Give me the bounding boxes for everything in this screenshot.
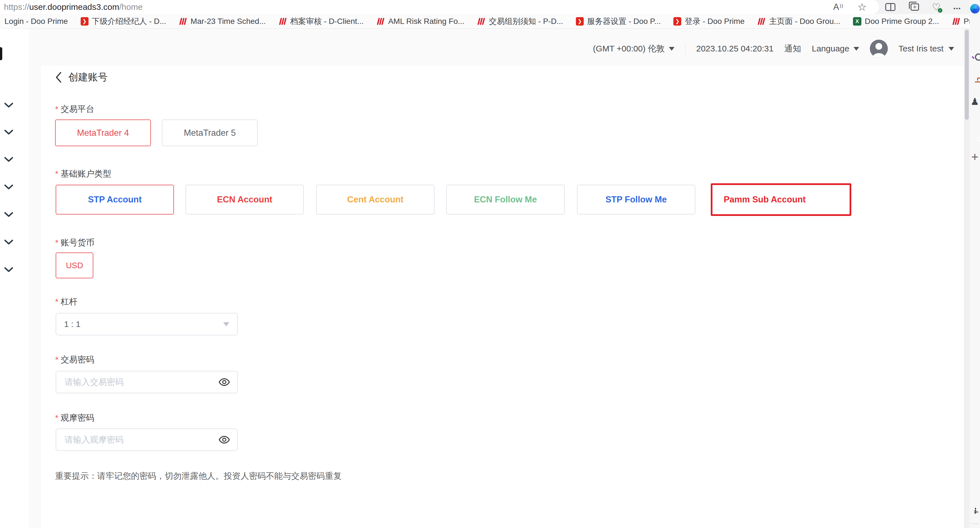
- currency-option-usd[interactable]: USD: [56, 252, 93, 278]
- eye-toggle-icon[interactable]: [218, 376, 231, 388]
- screenshot-snip-icon[interactable]: [975, 508, 976, 514]
- account-type-stp[interactable]: STP Account: [56, 185, 174, 215]
- chevron-down-icon: [948, 47, 954, 51]
- bookmark-item[interactable]: 档案审核 - D-Client...: [278, 16, 364, 27]
- scrollbar-thumb[interactable]: [965, 30, 969, 120]
- sidebar-divider: [971, 523, 978, 524]
- sidebar-collapse-chevron-icon[interactable]: [4, 129, 13, 136]
- chevron-down-icon: [669, 47, 675, 51]
- language-label: Language: [811, 44, 849, 53]
- split-screen-icon[interactable]: [885, 3, 896, 11]
- trade-password-input[interactable]: [64, 377, 218, 387]
- page-title: 创建账号: [68, 70, 108, 84]
- required-asterisk: *: [55, 355, 59, 364]
- trading-platform-label: *交易平台: [55, 104, 94, 115]
- games-pawn-icon[interactable]: [970, 97, 979, 106]
- copilot-icon[interactable]: [970, 4, 980, 13]
- page-title-row: 创建账号: [55, 70, 108, 84]
- lark-favicon-icon: [179, 17, 187, 26]
- timezone-label: (GMT +00:00) 伦敦: [593, 43, 665, 54]
- bookmark-label: Mar-23 Time Sched...: [191, 17, 266, 26]
- bookmark-item[interactable]: AML Risk Rating Fo...: [376, 17, 464, 26]
- required-asterisk: *: [55, 413, 59, 422]
- watch-password-field: [56, 429, 238, 451]
- sidebar-collapse-chevron-icon[interactable]: [4, 102, 13, 108]
- sidebar-collapse-chevron-icon[interactable]: [4, 184, 13, 190]
- avatar[interactable]: [870, 40, 888, 57]
- url-path: /home: [119, 2, 143, 12]
- lark-favicon-icon: [278, 17, 287, 26]
- bookmark-item[interactable]: 下级介绍经纪人 - D...: [81, 16, 166, 27]
- lark-favicon-icon: [477, 17, 485, 26]
- select-caret-icon: [223, 322, 229, 326]
- account-type-ecn-follow-me[interactable]: ECN Follow Me: [446, 185, 565, 215]
- bookmark-item[interactable]: 交易组别须知 - P-D...: [477, 16, 563, 27]
- create-account-card: 创建账号 *交易平台 MetaTrader 4 MetaTrader 5 *基础…: [41, 65, 964, 528]
- bookmark-item[interactable]: 主页面 - Doo Grou...: [757, 16, 840, 27]
- lark-favicon-icon: [757, 17, 765, 26]
- sidebar-collapse-chevron-icon[interactable]: [4, 239, 13, 246]
- platform-option-mt4[interactable]: MetaTrader 4: [55, 120, 151, 146]
- sidebar-collapse-chevron-icon[interactable]: [4, 212, 13, 218]
- platform-option-mt5[interactable]: MetaTrader 5: [162, 120, 258, 146]
- bookmark-item[interactable]: Login - Doo Prime: [5, 17, 68, 26]
- required-asterisk: *: [55, 104, 59, 113]
- leverage-value: 1 : 1: [64, 319, 80, 329]
- required-asterisk: *: [55, 238, 59, 247]
- bookmark-label: 主页面 - Doo Grou...: [769, 16, 840, 27]
- user-menu[interactable]: Test Iris test: [899, 44, 954, 53]
- watch-password-input[interactable]: [64, 435, 218, 445]
- leverage-label: *杠杆: [55, 296, 78, 308]
- url-host: user.dooprimeads3.com: [29, 2, 119, 12]
- excel-favicon-icon: [853, 17, 861, 26]
- sidebar-collapse-chevron-icon[interactable]: [4, 267, 13, 273]
- doc-favicon-icon: [576, 17, 584, 26]
- account-type-ecn[interactable]: ECN Account: [186, 185, 304, 215]
- favorite-star-icon[interactable]: [858, 2, 867, 12]
- bookmark-item[interactable]: 登录 - Doo Prime: [673, 16, 745, 27]
- trade-password-field: [56, 371, 238, 393]
- account-type-stp-follow-me[interactable]: STP Follow Me: [577, 185, 695, 215]
- notifications-link[interactable]: 通知: [784, 43, 801, 54]
- bookmark-item[interactable]: Mar-23 Time Sched...: [179, 17, 266, 26]
- collections-icon[interactable]: [911, 3, 919, 11]
- eye-toggle-icon[interactable]: [218, 434, 231, 446]
- browser-toolbar: https://user.dooprimeads3.com/home ✓: [0, 0, 970, 14]
- add-sidebar-item-icon[interactable]: [971, 153, 978, 161]
- chevron-down-icon: [854, 47, 859, 51]
- chevron-left-icon: [55, 71, 62, 83]
- datetime-text: 2023.10.25 04:20:31: [696, 44, 773, 53]
- header-divider: [685, 43, 686, 55]
- language-dropdown[interactable]: Language: [811, 44, 859, 53]
- url-scheme: https://: [4, 2, 29, 12]
- page-header: (GMT +00:00) 伦敦 2023.10.25 04:20:31 通知 L…: [593, 37, 954, 60]
- bookmark-label: 交易组别须知 - P-D...: [489, 16, 563, 27]
- bookmarks-bar: Login - Doo Prime 下级介绍经纪人 - D... Mar-23 …: [0, 14, 970, 29]
- settings-more-icon[interactable]: [953, 5, 961, 10]
- read-aloud-icon[interactable]: [833, 2, 843, 12]
- timezone-dropdown[interactable]: (GMT +00:00) 伦敦: [593, 43, 675, 54]
- back-button[interactable]: [55, 71, 62, 83]
- password-notice-text: 重要提示：请牢记您的密码，切勿泄露他人。投资人密码不能与交易密码重复: [55, 471, 342, 482]
- account-type-pamm-sub[interactable]: Pamm Sub Account: [711, 183, 851, 216]
- page-scrollbar[interactable]: [964, 29, 970, 528]
- bookmark-label: 登录 - Doo Prime: [685, 16, 745, 27]
- bookmark-label: 下级介绍经纪人 - D...: [92, 16, 166, 27]
- bookmark-label: 档案审核 - D-Client...: [290, 16, 364, 27]
- bookmark-label: Login - Doo Prime: [5, 17, 68, 26]
- leverage-select[interactable]: 1 : 1: [56, 313, 238, 335]
- lark-favicon-icon: [952, 17, 960, 26]
- currency-label: *账号货币: [55, 237, 94, 249]
- doc-favicon-icon: [673, 17, 681, 26]
- collapsed-left-sidebar: [0, 29, 29, 528]
- sidebar-collapse-chevron-icon[interactable]: [4, 156, 13, 163]
- address-bar[interactable]: https://user.dooprimeads3.com/home: [0, 0, 879, 14]
- bookmark-item[interactable]: 服务器设置 - Doo P...: [576, 16, 661, 27]
- edge-sidebar: [970, 0, 980, 528]
- account-type-cent[interactable]: Cent Account: [316, 185, 434, 215]
- browser-essentials-icon[interactable]: ✓: [932, 2, 940, 12]
- required-asterisk: *: [55, 169, 59, 178]
- bookmark-item[interactable]: Doo Prime Group 2...: [853, 17, 939, 26]
- trade-password-label: *交易密码: [55, 354, 94, 365]
- watch-password-label: *观摩密码: [55, 412, 94, 424]
